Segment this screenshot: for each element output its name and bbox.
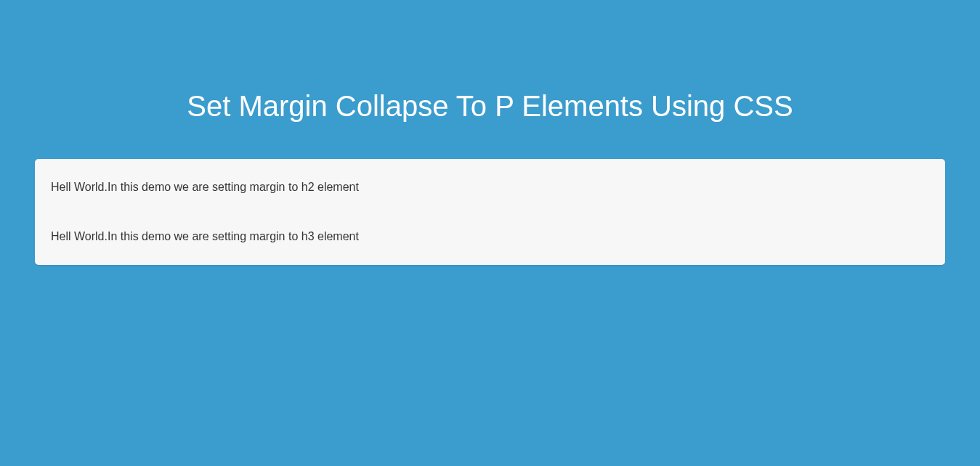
demo-text-h3: Hell World.In this demo we are setting m…	[51, 230, 929, 250]
content-card: Hell World.In this demo we are setting m…	[35, 159, 945, 265]
demo-text-h2: Hell World.In this demo we are setting m…	[51, 173, 929, 194]
page-title: Set Margin Collapse To P Elements Using …	[0, 90, 980, 123]
